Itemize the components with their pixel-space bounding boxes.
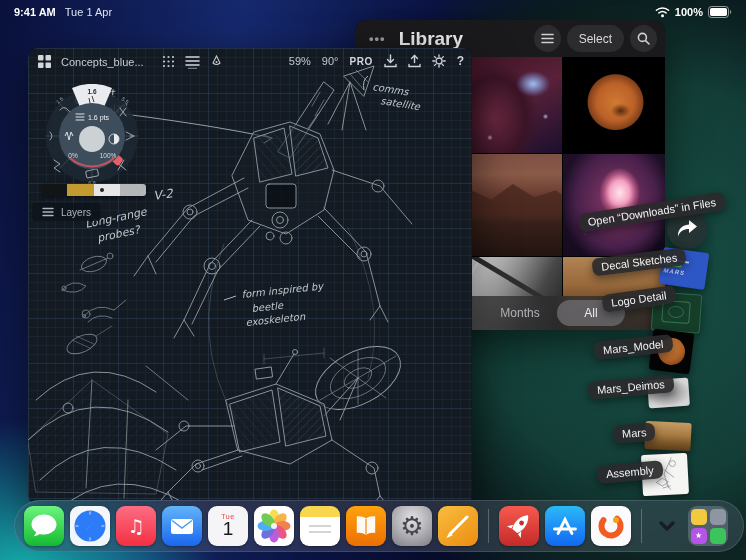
drag-label-mars[interactable]: Mars bbox=[612, 423, 656, 444]
battery-percent: 100% bbox=[675, 6, 703, 18]
status-bar: 9:41 AM Tue 1 Apr 100% bbox=[0, 0, 746, 24]
wifi-icon bbox=[655, 6, 670, 18]
app-messages[interactable] bbox=[24, 506, 64, 546]
safari-compass-icon bbox=[70, 506, 110, 546]
app-appstore[interactable] bbox=[545, 506, 585, 546]
window-menu-icon[interactable]: ••• bbox=[369, 31, 386, 46]
dock: ♫ Tue 1 bbox=[14, 500, 744, 552]
music-note-icon: ♫ bbox=[127, 515, 144, 537]
app-photos[interactable] bbox=[254, 506, 294, 546]
appstore-a-icon bbox=[545, 506, 585, 546]
photo-horsehead-nebula[interactable] bbox=[459, 57, 562, 153]
app-library-mini-fitness bbox=[710, 528, 726, 544]
dock-divider bbox=[488, 509, 489, 543]
concepts-window[interactable]: convert to solar V-2 comms satellite Lon… bbox=[28, 48, 472, 505]
annotation-comms: comms bbox=[372, 81, 410, 98]
app-library-mini-star: ★ bbox=[691, 528, 707, 544]
books-icon bbox=[346, 506, 386, 546]
photo-martian-desert[interactable] bbox=[459, 154, 562, 256]
gallery-icon[interactable] bbox=[38, 55, 51, 68]
app-safari[interactable] bbox=[70, 506, 110, 546]
select-button[interactable]: Select bbox=[567, 25, 624, 52]
pen-mode-icon[interactable] bbox=[210, 55, 223, 68]
app-music[interactable]: ♫ bbox=[116, 506, 156, 546]
app-notes[interactable] bbox=[300, 506, 340, 546]
grid-settings-icon[interactable] bbox=[162, 55, 175, 68]
color-selector-dot bbox=[100, 188, 104, 192]
annotation-version: V-2 bbox=[152, 186, 175, 203]
color-swatch-black[interactable] bbox=[42, 184, 67, 196]
tool-wheel[interactable]: 1.6 1.5 5.5 6.8 1.6 pts bbox=[40, 84, 144, 188]
zoom-level[interactable]: 59% bbox=[289, 55, 311, 67]
messages-bubble-icon bbox=[24, 506, 64, 546]
chevron-down-icon bbox=[656, 515, 678, 537]
share-arrow-icon bbox=[676, 219, 698, 239]
color-swatch-white[interactable] bbox=[94, 184, 120, 196]
rotation-value[interactable]: 90° bbox=[322, 55, 339, 67]
svg-text:satellite: satellite bbox=[380, 95, 422, 112]
color-bar[interactable] bbox=[42, 184, 146, 196]
app-c[interactable] bbox=[591, 506, 631, 546]
app-rocket[interactable] bbox=[499, 506, 539, 546]
tab-months[interactable]: Months bbox=[485, 296, 555, 330]
tool-wheel-center[interactable] bbox=[79, 126, 105, 152]
svg-text:beetle: beetle bbox=[251, 300, 284, 314]
dock-divider bbox=[641, 509, 642, 543]
search-button[interactable] bbox=[630, 25, 657, 52]
color-swatch-gold[interactable] bbox=[67, 184, 94, 196]
battery-icon bbox=[708, 6, 732, 18]
annotation-inspired: form inspired by bbox=[241, 280, 325, 301]
stroke-width-label: 1.6 pts bbox=[88, 114, 110, 122]
color-swatch-gray[interactable] bbox=[120, 184, 146, 196]
settings-gear-icon[interactable] bbox=[432, 54, 446, 68]
app-library-mini-camera bbox=[710, 509, 726, 525]
active-size-label: 1.6 bbox=[87, 88, 96, 95]
list-icon bbox=[541, 33, 554, 44]
mail-envelope-icon bbox=[162, 506, 202, 546]
status-date: Tue 1 Apr bbox=[65, 6, 112, 18]
desert-ridge bbox=[459, 181, 562, 216]
status-time: 9:41 AM bbox=[14, 6, 56, 18]
layers-lines-icon bbox=[42, 207, 54, 217]
layers-panel-button[interactable]: Layers bbox=[32, 203, 101, 221]
export-icon[interactable] bbox=[408, 54, 421, 68]
layers-label: Layers bbox=[61, 207, 91, 218]
help-button[interactable]: ? bbox=[457, 54, 464, 68]
app-calendar[interactable]: Tue 1 bbox=[208, 506, 248, 546]
min-opacity: 0% bbox=[68, 152, 78, 159]
concepts-pen-icon bbox=[438, 506, 478, 546]
app-library-mini-tips bbox=[691, 509, 707, 525]
import-icon[interactable] bbox=[384, 54, 397, 68]
view-options-button[interactable] bbox=[534, 25, 561, 52]
pro-badge[interactable]: PRO bbox=[349, 56, 372, 67]
app-concepts[interactable] bbox=[438, 506, 478, 546]
max-opacity: 100% bbox=[100, 152, 117, 159]
app-library-button[interactable]: ★ bbox=[688, 506, 728, 546]
document-title[interactable]: Concepts_blue... bbox=[61, 56, 144, 68]
rocket-icon bbox=[499, 506, 539, 546]
search-icon bbox=[637, 32, 650, 45]
settings-gear-glyph: ⚙ bbox=[400, 513, 423, 539]
calendar-day: 1 bbox=[223, 520, 234, 538]
dock-collapse-button[interactable] bbox=[652, 506, 682, 546]
app-books[interactable] bbox=[346, 506, 386, 546]
screen: ••• Library Select bbox=[0, 0, 746, 560]
app-mail[interactable] bbox=[162, 506, 202, 546]
library-title: Library bbox=[399, 28, 463, 50]
decal-text: MARS bbox=[663, 267, 703, 279]
layers-toggle-icon[interactable] bbox=[185, 54, 200, 69]
photo-mars-globe[interactable] bbox=[563, 57, 665, 153]
c-swirl-icon bbox=[591, 506, 631, 546]
photos-flower-icon bbox=[254, 506, 294, 546]
app-settings[interactable]: ⚙ bbox=[392, 506, 432, 546]
